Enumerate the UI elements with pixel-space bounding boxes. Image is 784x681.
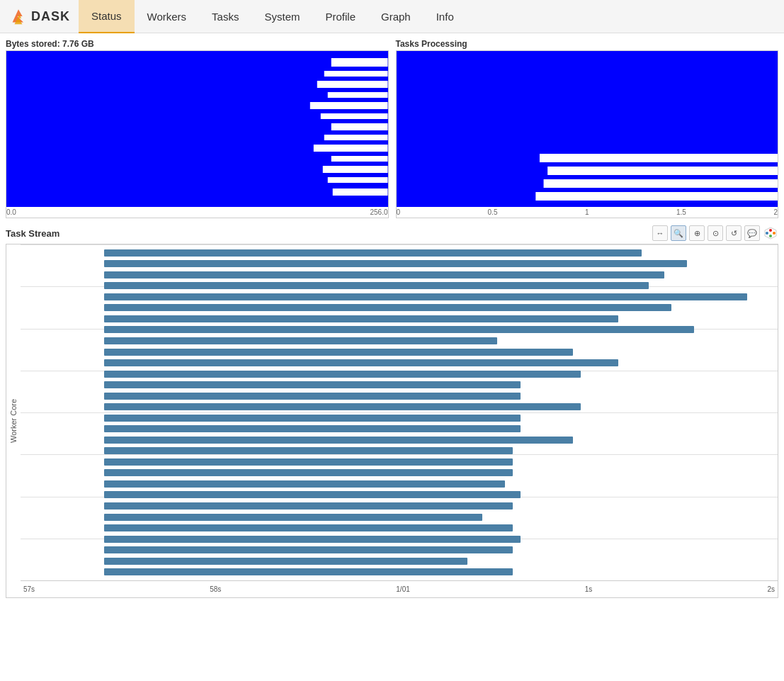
- bytes-axis-min: 0.0: [6, 208, 16, 216]
- bar-row: [21, 325, 778, 334]
- svg-rect-15: [333, 188, 388, 196]
- zoom-in-btn[interactable]: ⊙: [708, 225, 723, 241]
- nav-item-status[interactable]: Status: [79, 0, 135, 33]
- y-axis-label: Worker Core: [6, 244, 21, 597]
- bar-row: [21, 523, 778, 533]
- svg-rect-8: [321, 113, 388, 119]
- bar-row: [21, 336, 778, 346]
- nav-item-graph[interactable]: Graph: [368, 0, 424, 33]
- svg-rect-3: [331, 58, 388, 67]
- task-stream-section: Task Stream ↔ 🔍 ⊕ ⊙ ↺ 💬: [6, 225, 778, 598]
- svg-point-22: [769, 229, 772, 232]
- tasks-axis-05: 0.5: [488, 208, 498, 216]
- tasks-axis-2: 2: [773, 208, 778, 216]
- stream-header: Task Stream ↔ 🔍 ⊕ ⊙ ↺ 💬: [6, 225, 778, 241]
- main-content: Bytes stored: 7.76 GB: [0, 33, 784, 604]
- bar-row: [21, 391, 778, 401]
- hover-btn[interactable]: 💬: [744, 225, 760, 241]
- bar-row: [21, 303, 778, 313]
- svg-rect-13: [323, 166, 388, 173]
- bar-row: [21, 545, 778, 555]
- bar-row: [21, 501, 778, 511]
- logo-text: DASK: [31, 9, 70, 24]
- tasks-svg: [397, 51, 778, 207]
- reset-btn[interactable]: ↺: [726, 225, 742, 241]
- stream-chart-container: Worker Core 57s 58s 1/01 1s 2s: [6, 244, 778, 598]
- logo: DASK: [0, 0, 79, 33]
- bar-row: [21, 435, 778, 445]
- tasks-axis: 0 0.5 1 1.5 2: [397, 207, 778, 218]
- pan-tool-btn[interactable]: ↔: [652, 225, 668, 241]
- x-tick-58s: 58s: [210, 585, 221, 593]
- svg-point-24: [769, 235, 772, 237]
- bar-row: [21, 424, 778, 434]
- bar-row: [21, 556, 778, 566]
- bar-row: [21, 534, 778, 544]
- bar-row: [21, 446, 778, 456]
- stream-chart-inner: 57s 58s 1/01 1s 2s: [21, 244, 778, 597]
- bar-row: [21, 402, 778, 412]
- svg-rect-7: [310, 102, 388, 109]
- bar-row: [21, 270, 778, 280]
- stream-tools: ↔ 🔍 ⊕ ⊙ ↺ 💬: [652, 225, 778, 241]
- svg-point-23: [773, 232, 776, 235]
- svg-rect-14: [328, 177, 388, 183]
- wheel-zoom-btn[interactable]: ⊕: [689, 225, 705, 241]
- svg-rect-4: [324, 71, 388, 77]
- tasks-processing-panel: Tasks Processing 0 0.5 1 1: [396, 39, 779, 218]
- svg-rect-12: [331, 156, 388, 162]
- nav-item-tasks[interactable]: Tasks: [199, 0, 251, 33]
- svg-rect-9: [331, 123, 388, 130]
- bar-row: [21, 314, 778, 324]
- tasks-processing-chart-box: 0 0.5 1 1.5 2: [396, 50, 779, 218]
- bar-row: [21, 512, 778, 522]
- svg-rect-6: [328, 92, 388, 98]
- stream-bars-area: [21, 244, 778, 580]
- dask-logo-icon: [8, 6, 28, 26]
- bar-row: [21, 281, 778, 291]
- x-tick-57s: 57s: [23, 585, 35, 593]
- svg-rect-17: [539, 154, 778, 162]
- svg-rect-18: [547, 167, 778, 175]
- bokeh-logo: [763, 225, 778, 241]
- navbar: DASK StatusWorkersTasksSystemProfileGrap…: [0, 0, 784, 33]
- bar-row: [21, 413, 778, 423]
- stream-x-axis: 57s 58s 1/01 1s 2s: [21, 580, 778, 597]
- bar-row: [21, 567, 778, 577]
- bar-row: [21, 490, 778, 500]
- bar-row: [21, 358, 778, 368]
- bytes-axis-max: 256.0: [370, 208, 387, 216]
- zoom-tool-btn[interactable]: 🔍: [671, 225, 686, 241]
- bytes-stored-label: Bytes stored: 7.76 GB: [6, 39, 389, 49]
- x-tick-1s: 1s: [585, 585, 593, 593]
- svg-rect-11: [314, 145, 388, 152]
- nav-item-workers[interactable]: Workers: [135, 0, 200, 33]
- x-tick-2s: 2s: [767, 585, 775, 593]
- tasks-axis-1: 1: [585, 208, 589, 216]
- bar-row: [21, 369, 778, 379]
- svg-rect-5: [317, 81, 388, 88]
- tasks-processing-chart: [397, 51, 778, 207]
- bytes-axis: 0.0 256.0: [6, 207, 388, 218]
- nav-item-system[interactable]: System: [251, 0, 312, 33]
- nav-item-info[interactable]: Info: [424, 0, 467, 33]
- bytes-stored-chart: [6, 51, 388, 207]
- svg-rect-20: [535, 192, 778, 201]
- bytes-svg: [6, 51, 388, 207]
- nav-item-profile[interactable]: Profile: [312, 0, 368, 33]
- bar-row: [21, 457, 778, 467]
- bar-row: [21, 292, 778, 302]
- tasks-axis-15: 1.5: [676, 208, 686, 216]
- svg-rect-10: [324, 135, 388, 140]
- stream-title: Task Stream: [6, 228, 59, 239]
- bytes-stored-chart-box: 0.0 256.0: [6, 50, 389, 218]
- bar-row: [21, 248, 778, 258]
- bar-row: [21, 479, 778, 489]
- top-charts-row: Bytes stored: 7.76 GB: [6, 39, 778, 218]
- svg-rect-19: [543, 179, 778, 188]
- bar-row: [21, 468, 778, 478]
- tasks-processing-label: Tasks Processing: [396, 39, 779, 49]
- bytes-stored-panel: Bytes stored: 7.76 GB: [6, 39, 389, 218]
- tasks-axis-0: 0: [397, 208, 401, 216]
- svg-point-25: [766, 232, 768, 235]
